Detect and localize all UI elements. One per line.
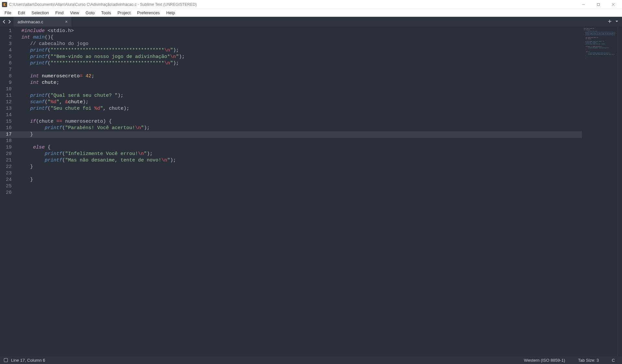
tabbar-right-controls [605, 17, 622, 27]
code-line: } [21, 177, 582, 183]
code-line [21, 138, 582, 144]
menu-project[interactable]: Project [114, 10, 134, 16]
line-number: 25 [0, 183, 16, 190]
line-number: 24 [0, 177, 16, 183]
vertical-scrollbar[interactable] [617, 27, 622, 356]
code-line: } [16, 131, 582, 138]
code-editor[interactable]: #include <stdio.h>int main(){ // cabecal… [16, 27, 582, 356]
tabbar-spacer [72, 17, 605, 27]
minimap[interactable]: #include <stdio.h>int main(){ // cabecal… [582, 27, 617, 356]
line-number: 18 [0, 138, 16, 144]
window-titlebar: C:\Users\allan\Documents\Allan\Alura\Cur… [0, 0, 622, 9]
line-number: 9 [0, 80, 16, 86]
line-number: 23 [0, 170, 16, 177]
line-number: 1 [0, 28, 16, 34]
menu-edit[interactable]: Edit [15, 10, 28, 16]
code-line [21, 183, 582, 190]
dropdown-icon[interactable] [615, 19, 619, 24]
status-tabsize[interactable]: Tab Size: 3 [575, 358, 602, 363]
line-number: 5 [0, 54, 16, 60]
menu-preferences[interactable]: Preferences [134, 10, 163, 16]
line-number: 21 [0, 157, 16, 164]
nav-back-icon[interactable] [3, 20, 6, 24]
line-number: 16 [0, 125, 16, 131]
code-line: // cabecalho do jogo [21, 41, 582, 47]
menu-tools[interactable]: Tools [98, 10, 114, 16]
code-line [21, 190, 582, 196]
menu-goto[interactable]: Goto [82, 10, 98, 16]
line-number: 17 [0, 131, 16, 138]
nav-forward-icon[interactable] [8, 20, 11, 24]
menu-file[interactable]: File [1, 10, 15, 16]
line-number: 8 [0, 73, 16, 80]
menubar: FileEditSelectionFindViewGotoToolsProjec… [0, 9, 622, 17]
app-icon [2, 2, 7, 7]
tab-nav-arrows [0, 17, 14, 27]
code-line: #include <stdio.h> [21, 28, 582, 34]
code-line: int chute; [21, 80, 582, 86]
line-number: 11 [0, 93, 16, 99]
code-line: printf("Parabéns! Você acertou!\n"); [21, 125, 582, 131]
new-tab-icon[interactable] [608, 19, 612, 24]
line-number: 6 [0, 60, 16, 67]
tab-adivinhacao[interactable]: adivinhacao.c × [14, 17, 72, 27]
status-cursor[interactable]: Line 17, Column 6 [11, 358, 45, 363]
line-number: 19 [0, 144, 16, 151]
code-line: } [21, 164, 582, 170]
line-number: 14 [0, 112, 16, 118]
editor-area: 1234567891011121314151617181920212223242… [0, 27, 622, 356]
code-line: if(chute == numerosecreto) { [21, 118, 582, 125]
close-button[interactable] [606, 0, 621, 9]
line-number: 26 [0, 190, 16, 196]
maximize-button[interactable] [591, 0, 606, 9]
menu-find[interactable]: Find [52, 10, 67, 16]
status-encoding[interactable]: Western (ISO 8859-1) [521, 358, 568, 363]
line-number: 3 [0, 41, 16, 47]
code-line [21, 170, 582, 177]
tabbar: adivinhacao.c × [0, 17, 622, 27]
line-number: 20 [0, 151, 16, 157]
code-line [21, 67, 582, 73]
tab-label: adivinhacao.c [17, 19, 43, 24]
line-number: 13 [0, 105, 16, 112]
code-line: scanf("%d", &chute); [21, 99, 582, 105]
line-number: 4 [0, 47, 16, 54]
code-line: printf("Mas não desanime, tente de novo!… [21, 157, 582, 164]
code-line: printf("*Bem-vindo ao nosso jogo de adiv… [21, 54, 582, 60]
tab-close-icon[interactable]: × [65, 19, 68, 24]
code-line: printf("Qual será seu chute? "); [21, 93, 582, 99]
menu-view[interactable]: View [67, 10, 82, 16]
line-number: 15 [0, 118, 16, 125]
code-line: printf("********************************… [21, 47, 582, 54]
line-number: 2 [0, 34, 16, 41]
code-line [21, 86, 582, 93]
code-line: printf("Infelizmente Você errou!\n"); [21, 151, 582, 157]
status-syntax[interactable]: C [609, 358, 618, 363]
panel-toggle-icon[interactable] [4, 358, 8, 362]
menu-selection[interactable]: Selection [28, 10, 52, 16]
code-line: printf("Seu chute foi %d", chute); [21, 105, 582, 112]
code-line [21, 112, 582, 118]
menu-help[interactable]: Help [163, 10, 178, 16]
statusbar: Line 17, Column 6 Western (ISO 8859-1) T… [0, 356, 622, 364]
line-number: 7 [0, 67, 16, 73]
code-line: int main(){ [21, 34, 582, 41]
svg-rect-1 [597, 3, 600, 6]
code-line: else { [21, 144, 582, 151]
code-line: printf("********************************… [21, 60, 582, 67]
line-number-gutter: 1234567891011121314151617181920212223242… [0, 27, 16, 356]
line-number: 12 [0, 99, 16, 105]
code-line: int numerosecreto= 42; [21, 73, 582, 80]
line-number: 22 [0, 164, 16, 170]
window-title: C:\Users\allan\Documents\Allan\Alura\Cur… [9, 2, 576, 7]
minimize-button[interactable] [576, 0, 591, 9]
window-controls [576, 0, 621, 9]
line-number: 10 [0, 86, 16, 93]
